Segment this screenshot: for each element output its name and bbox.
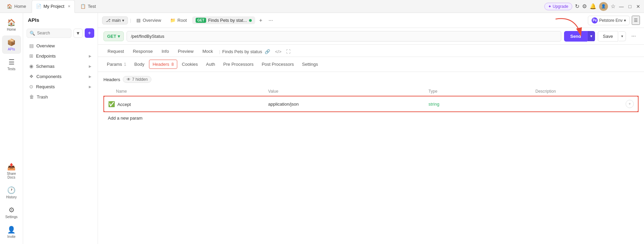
sidebar-item-share-docs[interactable]: 📤 Share Docs bbox=[2, 160, 21, 182]
env-selector[interactable]: Pe Petstore Env ▾ bbox=[588, 16, 630, 25]
schemas-label: Schemas bbox=[36, 64, 54, 69]
topbar-right: Pe Petstore Env ▾ ☰ bbox=[588, 16, 640, 25]
get-method-badge: GET bbox=[196, 18, 206, 23]
col-value: Value bbox=[264, 87, 424, 96]
nav-item-trash[interactable]: 🗑 Trash bbox=[24, 92, 96, 102]
topbar-tab-overview[interactable]: ▤ Overview bbox=[133, 16, 164, 24]
left-panel-header: APIs bbox=[23, 13, 98, 27]
schemas-icon: ◉ bbox=[29, 63, 33, 69]
tab-preview[interactable]: Preview bbox=[174, 47, 198, 57]
send-button-group: Send ▾ bbox=[564, 31, 595, 42]
sub-tab-params[interactable]: Params 1 bbox=[103, 60, 130, 69]
endpoint-label: Finds Pets by stat... bbox=[208, 18, 247, 23]
eye-icon: 👁 bbox=[127, 77, 131, 82]
sidebar-item-tests[interactable]: ☰ Tests bbox=[2, 55, 21, 74]
upgrade-button[interactable]: ✦ Upgrade bbox=[544, 3, 572, 10]
sidebar-item-history[interactable]: 🕐 History bbox=[2, 183, 21, 202]
branch-chevron-icon: ▾ bbox=[122, 18, 124, 23]
components-arrow-icon: ▶ bbox=[89, 75, 92, 78]
save-dropdown-button[interactable]: ▾ bbox=[619, 31, 626, 41]
minimize-button[interactable]: — bbox=[618, 4, 625, 9]
sub-tab-auth[interactable]: Auth bbox=[203, 60, 219, 69]
sidebar-item-invite[interactable]: 👤 Invite bbox=[2, 223, 21, 241]
my-project-close-icon[interactable]: ✕ bbox=[68, 4, 70, 8]
search-icon: 🔍 bbox=[30, 31, 35, 36]
titlebar-right: ✦ Upgrade ↻ ⚙ 🔔 👤 ☆ — □ ✕ bbox=[544, 2, 642, 11]
settings-icon: ⚙ bbox=[9, 206, 15, 214]
home-tab-label: Home bbox=[14, 4, 26, 9]
add-button[interactable]: + bbox=[85, 28, 94, 38]
hidden-count-label: 7 hidden bbox=[132, 77, 148, 82]
url-bar-more-button[interactable]: ··· bbox=[629, 31, 639, 42]
send-button[interactable]: Send bbox=[564, 31, 587, 42]
tab-home[interactable]: 🏠 Home bbox=[3, 0, 30, 13]
nav-item-components[interactable]: ❖ Components ▶ bbox=[24, 71, 96, 81]
nav-item-overview[interactable]: ▤ Overview bbox=[24, 41, 96, 51]
url-input[interactable] bbox=[127, 31, 561, 42]
overview-icon: ▤ bbox=[29, 43, 34, 48]
finds-pets-label: Finds Pets by status bbox=[222, 49, 262, 54]
avatar[interactable]: 👤 bbox=[599, 2, 608, 11]
tab-mock[interactable]: Mock bbox=[198, 47, 217, 57]
sidebar-item-settings[interactable]: ⚙ Settings bbox=[2, 203, 21, 222]
sub-tab-pre-processors[interactable]: Pre Processors bbox=[220, 60, 257, 69]
env-label: Petstore Env bbox=[599, 18, 623, 23]
status-dot bbox=[249, 19, 252, 22]
link-icon[interactable]: 🔗 bbox=[263, 48, 272, 56]
topbar-tab-endpoint[interactable]: GET Finds Pets by stat... bbox=[192, 16, 255, 24]
sub-tab-settings[interactable]: Settings bbox=[299, 60, 321, 69]
tab-info[interactable]: Info bbox=[158, 47, 173, 57]
content-area: ⎇ main ▾ | ▤ Overview 📁 Root GET Finds P… bbox=[98, 13, 644, 244]
sidebar-share-docs-label: Share Docs bbox=[3, 172, 20, 179]
send-dropdown-button[interactable]: ▾ bbox=[587, 31, 595, 41]
sidebar-item-home[interactable]: 🏠 Home bbox=[2, 16, 21, 34]
filter-button[interactable]: ▼ bbox=[73, 29, 83, 38]
nav-item-schemas[interactable]: ◉ Schemas ▶ bbox=[24, 61, 96, 71]
hamburger-button[interactable]: ☰ bbox=[632, 16, 640, 25]
search-box[interactable]: 🔍 bbox=[27, 29, 71, 38]
sub-tab-headers[interactable]: Headers 8 bbox=[149, 60, 177, 69]
expand-icon[interactable]: ⛶ bbox=[284, 48, 293, 56]
code-icon[interactable]: </> bbox=[273, 48, 283, 56]
hidden-badge[interactable]: 👁 7 hidden bbox=[123, 76, 151, 83]
branch-selector[interactable]: ⎇ main ▾ bbox=[102, 16, 128, 25]
components-icon: ❖ bbox=[29, 74, 34, 79]
bell-icon[interactable]: 🔔 bbox=[590, 3, 596, 10]
close-button[interactable]: ✕ bbox=[635, 4, 641, 9]
method-chevron-icon: ▾ bbox=[118, 34, 120, 39]
save-button[interactable]: Save bbox=[598, 31, 618, 42]
components-label: Components bbox=[36, 74, 62, 79]
search-input[interactable] bbox=[37, 31, 68, 35]
sub-tab-post-processors[interactable]: Post Processors bbox=[258, 60, 297, 69]
sub-tab-cookies[interactable]: Cookies bbox=[179, 60, 201, 69]
requests-icon: ⊙ bbox=[29, 84, 33, 89]
maximize-button[interactable]: □ bbox=[628, 4, 632, 9]
share-docs-icon: 📤 bbox=[7, 163, 16, 171]
root-tab-icon: 📁 bbox=[170, 18, 176, 23]
gear-icon[interactable]: ⚙ bbox=[582, 3, 587, 10]
left-panel: APIs 🔍 ▼ + ▤ Overview ⊞ Endpoints ▶ ◉ Sc… bbox=[23, 13, 98, 244]
my-project-tab-label: My Project bbox=[44, 4, 64, 9]
topbar-tab-root[interactable]: 📁 Root bbox=[167, 16, 190, 24]
headers-table: Name Value Type Description ✅ Accept app… bbox=[103, 87, 639, 124]
sub-tab-body[interactable]: Body bbox=[131, 60, 148, 69]
accept-check-icon: ✅ bbox=[108, 101, 115, 107]
tab-my-project[interactable]: 📄 My Project ✕ bbox=[32, 0, 75, 13]
nav-item-requests[interactable]: ⊙ Requests ▶ bbox=[24, 81, 96, 92]
star-icon[interactable]: ☆ bbox=[611, 3, 615, 10]
method-selector[interactable]: GET ▾ bbox=[103, 31, 124, 41]
upgrade-star-icon: ✦ bbox=[548, 4, 551, 9]
more-tabs-button[interactable]: ··· bbox=[266, 16, 275, 25]
requests-arrow-icon: ▶ bbox=[89, 85, 92, 89]
col-description: Description bbox=[531, 87, 638, 96]
tab-test[interactable]: 📋 Test bbox=[76, 0, 100, 13]
tab-request[interactable]: Request bbox=[103, 47, 128, 57]
sidebar-item-apis[interactable]: 📦 APIs bbox=[2, 35, 21, 54]
refresh-icon[interactable]: ↻ bbox=[575, 3, 579, 10]
add-param-label[interactable]: Add a new param bbox=[104, 112, 638, 124]
row-expand-button[interactable]: + bbox=[626, 100, 634, 108]
accept-name: Accept bbox=[117, 102, 131, 107]
nav-item-endpoints[interactable]: ⊞ Endpoints ▶ bbox=[24, 51, 96, 61]
tab-response[interactable]: Response bbox=[129, 47, 157, 57]
add-tab-button[interactable]: + bbox=[257, 16, 264, 25]
